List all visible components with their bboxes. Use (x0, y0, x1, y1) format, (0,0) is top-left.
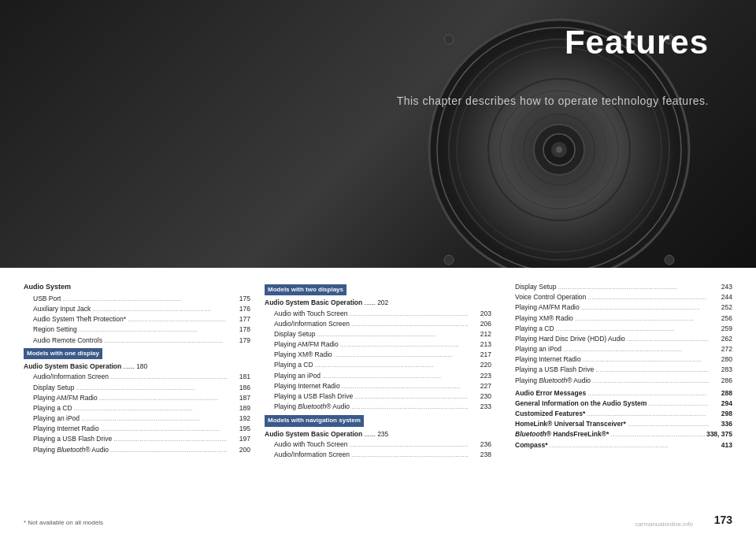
list-item: Playing a CD............................… (24, 403, 250, 413)
col-left-heading: Audio System (24, 282, 250, 293)
list-item: Playing Internet Radio..................… (24, 424, 250, 434)
toc-label: HomeLink® Universal Transceiver* (515, 419, 626, 429)
toc-label: Voice Control Operation (515, 292, 586, 302)
list-item: USB Port................................… (24, 294, 250, 304)
list-item: Playing an iPod.........................… (506, 344, 732, 354)
toc-page: 272 (710, 344, 732, 354)
toc-label: Playing an iPod (33, 413, 80, 424)
list-item: Audio with Touch Screen.................… (265, 309, 491, 319)
list-item: Playing a CD............................… (506, 324, 732, 334)
toc-label: Playing AM/FM Radio (515, 302, 580, 313)
list-item: Playing a USB Flash Drive...............… (24, 434, 250, 444)
toc-page: 238 (469, 450, 491, 460)
list-item: Compass*................................… (506, 440, 732, 451)
toc-page: 413 (710, 440, 732, 451)
toc-label: Playing Internet Radio (515, 354, 581, 365)
toc-page: 187 (228, 393, 250, 403)
toc-page: 286 (710, 376, 732, 386)
toc-label: Playing Bluetooth® Audio (33, 445, 109, 455)
list-item: Playing Hard Disc Drive (HDD) Audio.....… (506, 334, 732, 344)
toc-label: Playing XM® Radio (274, 350, 332, 360)
list-item: Playing AM/FM Radio.....................… (24, 393, 250, 403)
toc-label: Playing a USB Flash Drive (274, 391, 353, 402)
toc-label: Bluetooth® HandsFreeLink®* (515, 429, 609, 439)
toc-label: Audio with Touch Screen (274, 439, 347, 450)
list-item: Audio/Information Screen................… (265, 450, 491, 460)
list-item: General Information on the Audio System.… (506, 399, 732, 409)
toc-page: 203 (469, 309, 491, 319)
mid-items1: Audio with Touch Screen.................… (265, 309, 491, 413)
list-item: HomeLink® Universal Transceiver*........… (506, 419, 732, 429)
list-item: Audio/Information Screen................… (265, 319, 491, 329)
col-left-heading2: Audio System Basic Operation (24, 362, 121, 370)
toc-page: 298 (710, 409, 732, 419)
list-item: Region Setting..........................… (24, 324, 250, 335)
list-item: Auxiliary Input Jack....................… (24, 304, 250, 314)
toc-page: 244 (710, 292, 732, 302)
toc-label: Playing XM® Radio (515, 313, 573, 324)
toc-label: Playing an iPod (515, 344, 561, 354)
toc-label: Playing a CD (515, 324, 554, 334)
content-section: Audio System USB Port...................… (0, 268, 756, 468)
list-item: Audio/Information Screen................… (24, 372, 250, 382)
toc-page: 178 (228, 324, 250, 335)
toc-label: Playing Internet Radio (274, 381, 340, 391)
toc-page: 192 (228, 413, 250, 424)
toc-label: Playing Bluetooth® Audio (274, 402, 350, 412)
toc-page: 220 (469, 360, 491, 370)
list-item: Playing Bluetooth® Audio................… (265, 402, 491, 412)
toc-page: 195 (228, 424, 250, 434)
list-item: Display Setup...........................… (265, 329, 491, 339)
toc-page: 243 (710, 282, 732, 292)
list-item: Audio Remote Controls...................… (24, 336, 250, 346)
toc-label: Audio/Information Screen (274, 450, 350, 460)
svg-point-18 (665, 255, 674, 265)
col-mid-heading2: Audio System Basic Operation (265, 430, 362, 438)
toc-page: 213 (469, 339, 491, 350)
toc-page: 206 (469, 319, 491, 329)
mid-items2: Audio with Touch Screen.................… (265, 439, 491, 460)
toc-page: 200 (228, 445, 250, 455)
col-left: Audio System USB Port...................… (24, 282, 258, 460)
toc-label: General Information on the Audio System (515, 399, 647, 409)
toc-page: 177 (228, 314, 250, 324)
toc-label: Playing a USB Flash Drive (33, 434, 112, 444)
badge-two-displays: Models with two displays (265, 284, 346, 295)
toc-label: Auxiliary Input Jack (33, 304, 91, 314)
toc-label: Playing AM/FM Radio (274, 339, 339, 350)
list-item: Playing AM/FM Radio.....................… (506, 302, 732, 313)
toc-page: 212 (469, 329, 491, 339)
toc-label: Playing a CD (33, 403, 72, 413)
toc-page: 176 (228, 304, 250, 314)
list-item: Playing a CD............................… (265, 360, 491, 370)
toc-label: Audio/Information Screen (33, 372, 109, 382)
toc-page: 189 (228, 403, 250, 413)
footer-note: * Not available on all models (24, 519, 103, 526)
list-item: Playing Internet Radio..................… (506, 354, 732, 365)
toc-label: Display Setup (274, 329, 315, 339)
toc-page: 197 (228, 434, 250, 444)
toc-page: 256 (710, 313, 732, 324)
col-right: Display Setup...........................… (498, 282, 732, 460)
toc-label: Playing AM/FM Radio (33, 393, 98, 403)
toc-label: Playing a CD (274, 360, 313, 370)
list-item: Audio Error Messages....................… (506, 388, 732, 399)
toc-label: Playing Hard Disc Drive (HDD) Audio (515, 334, 625, 344)
right-items1: Display Setup...........................… (506, 282, 732, 386)
col-mid-heading1: Audio System Basic Operation (265, 299, 362, 306)
hero-section: Features This chapter describes how to o… (0, 0, 756, 268)
list-item: Bluetooth® HandsFreeLink®*..............… (506, 429, 732, 439)
svg-point-17 (444, 255, 454, 265)
toc-page: 217 (469, 350, 491, 360)
list-item: Playing XM® Radio.......................… (265, 350, 491, 360)
list-item: Customized Features*....................… (506, 409, 732, 419)
toc-page: 227 (469, 381, 491, 391)
list-item: Playing a USB Flash Drive...............… (265, 391, 491, 402)
toc-page: 338, 375 (706, 429, 732, 439)
badge-nav-system: Models with navigation system (265, 415, 364, 426)
toc-label: Display Setup (515, 282, 556, 292)
toc-label: Playing an iPod (274, 371, 321, 381)
svg-point-15 (444, 35, 454, 44)
toc-label: Playing Internet Radio (33, 424, 99, 434)
toc-page: 181 (228, 372, 250, 382)
